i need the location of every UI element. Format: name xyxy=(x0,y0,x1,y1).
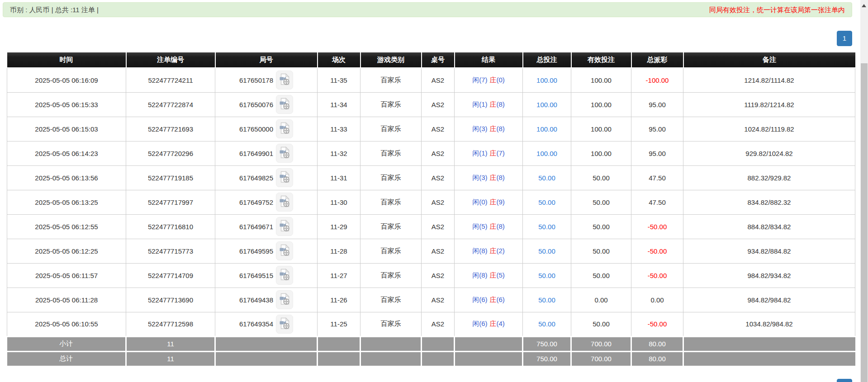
session-cell: 11-25 xyxy=(318,312,360,336)
pagination-page-1-top[interactable]: 1 xyxy=(837,31,852,46)
subtotal-row: 小计 11 750.00 700.00 80.00 xyxy=(7,336,855,351)
result-player: 闲(3) xyxy=(472,125,487,132)
game-type-cell: 百家乐 xyxy=(360,165,422,190)
result-player: 闲(1) xyxy=(472,100,487,108)
remark-cell: 984.82/984.82 xyxy=(683,288,855,312)
result-cell: 闲(6)庄(6) xyxy=(455,288,523,312)
result-banker: 庄(7) xyxy=(490,149,505,157)
pagination-page-1-bottom[interactable]: 1 xyxy=(837,379,852,382)
payout-cell: -50.00 xyxy=(631,263,683,288)
game-type-cell: 百家乐 xyxy=(360,214,422,239)
result-player: 闲(8) xyxy=(472,271,487,279)
video-replay-button[interactable] xyxy=(276,290,293,309)
video-replay-button[interactable] xyxy=(276,119,293,138)
round-cell: 617649671 xyxy=(215,214,318,239)
result-banker: 庄(8) xyxy=(490,174,505,181)
remark-cell: 834.82/882.32 xyxy=(683,190,855,214)
valid-bet-cell: 0.00 xyxy=(571,288,631,312)
table-row: 2025-05-05 06:12:25 522477715773 6176495… xyxy=(7,239,855,263)
time-cell: 2025-05-05 06:12:55 xyxy=(7,214,126,239)
total-bet-cell: 50.00 xyxy=(523,165,571,190)
game-type-cell: 百家乐 xyxy=(360,312,422,336)
bet-id-cell: 522477720296 xyxy=(126,141,215,165)
video-replay-button[interactable] xyxy=(276,193,293,212)
table-row: 2025-05-05 06:13:25 522477717997 6176497… xyxy=(7,190,855,214)
time-cell: 2025-05-05 06:10:55 xyxy=(7,312,126,336)
remark-cell: 929.82/1024.82 xyxy=(683,141,855,165)
time-cell: 2025-05-05 06:13:56 xyxy=(7,165,126,190)
valid-bet-cell: 50.00 xyxy=(571,239,631,263)
round-number: 617649825 xyxy=(239,174,273,182)
round-number: 617649901 xyxy=(239,150,273,157)
scrollbar-thumb[interactable] xyxy=(861,63,868,382)
video-replay-button[interactable] xyxy=(276,266,293,285)
payout-cell: -100.00 xyxy=(631,68,683,92)
bet-id-cell: 522477721693 xyxy=(126,117,215,141)
remark-cell: 1034.82/984.82 xyxy=(683,312,855,336)
table-row: 2025-05-05 06:15:33 522477722874 6176500… xyxy=(7,92,855,117)
game-type-cell: 百家乐 xyxy=(360,68,422,92)
video-replay-button[interactable] xyxy=(276,95,293,114)
bet-id-cell: 522477716810 xyxy=(126,214,215,239)
video-replay-button[interactable] xyxy=(276,315,293,334)
header-payout: 总派彩 xyxy=(631,52,683,68)
header-result: 结果 xyxy=(455,52,523,68)
video-replay-button[interactable] xyxy=(276,217,293,236)
total-bet-cell: 50.00 xyxy=(523,239,571,263)
round-number: 617649354 xyxy=(239,320,273,328)
result-banker: 庄(8) xyxy=(490,100,505,108)
bet-records-table-container: 时间 注单编号 局号 场次 游戏类别 桌号 结果 总投注 有效投注 总派彩 备注… xyxy=(7,52,855,367)
subtotal-payout: 80.00 xyxy=(631,336,683,351)
table-number-cell: AS2 xyxy=(422,239,455,263)
header-round-id: 局号 xyxy=(215,52,318,68)
result-player: 闲(6) xyxy=(472,296,487,303)
table-footer: 小计 11 750.00 700.00 80.00 总计 11 xyxy=(7,336,855,366)
session-cell: 11-34 xyxy=(318,92,360,117)
table-row: 2025-05-05 06:14:23 522477720296 6176499… xyxy=(7,141,855,165)
table-row: 2025-05-05 06:10:55 522477712598 6176493… xyxy=(7,312,855,336)
result-player: 闲(6) xyxy=(472,320,487,327)
table-number-cell: AS2 xyxy=(422,214,455,239)
total-valid-bet: 700.00 xyxy=(571,351,631,366)
total-payout: 80.00 xyxy=(631,351,683,366)
game-type-cell: 百家乐 xyxy=(360,288,422,312)
round-number: 617649515 xyxy=(239,272,273,279)
result-cell: 闲(8)庄(5) xyxy=(455,263,523,288)
result-cell: 闲(3)庄(8) xyxy=(455,165,523,190)
video-replay-button[interactable] xyxy=(276,241,293,260)
video-replay-button[interactable] xyxy=(276,144,293,163)
session-cell: 11-30 xyxy=(318,190,360,214)
result-banker: 庄(8) xyxy=(490,222,505,230)
valid-bet-cell: 100.00 xyxy=(571,92,631,117)
result-banker: 庄(4) xyxy=(490,320,505,327)
scroll-up-arrow-icon[interactable] xyxy=(862,4,866,7)
video-replay-icon xyxy=(279,171,290,184)
total-bet-cell: 100.00 xyxy=(523,92,571,117)
table-number-cell: AS2 xyxy=(422,141,455,165)
result-cell: 闲(8)庄(2) xyxy=(455,239,523,263)
subtotal-label: 小计 xyxy=(7,336,126,351)
time-cell: 2025-05-05 06:12:25 xyxy=(7,239,126,263)
video-replay-icon xyxy=(279,146,290,160)
table-number-cell: AS2 xyxy=(422,288,455,312)
video-replay-button[interactable] xyxy=(276,71,293,90)
time-cell: 2025-05-05 06:15:33 xyxy=(7,92,126,117)
table-number-cell: AS2 xyxy=(422,165,455,190)
table-body: 2025-05-05 06:16:09 522477724211 6176501… xyxy=(7,68,855,336)
round-number: 617650076 xyxy=(239,101,273,108)
video-replay-icon xyxy=(279,317,290,331)
video-replay-button[interactable] xyxy=(276,168,293,187)
bet-id-cell: 522477724211 xyxy=(126,68,215,92)
round-cell: 617649825 xyxy=(215,165,318,190)
header-table-number: 桌号 xyxy=(422,52,455,68)
bet-records-table: 时间 注单编号 局号 场次 游戏类别 桌号 结果 总投注 有效投注 总派彩 备注… xyxy=(7,52,855,367)
bet-id-cell: 522477712598 xyxy=(126,312,215,336)
valid-bet-cell: 50.00 xyxy=(571,165,631,190)
round-cell: 617650000 xyxy=(215,117,318,141)
table-row: 2025-05-05 06:11:28 522477713690 6176494… xyxy=(7,288,855,312)
total-bet-cell: 100.00 xyxy=(523,141,571,165)
result-cell: 闲(1)庄(8) xyxy=(455,92,523,117)
header-bet-id: 注单编号 xyxy=(126,52,215,68)
round-number: 617649752 xyxy=(239,198,273,206)
vertical-scrollbar[interactable] xyxy=(860,0,868,382)
